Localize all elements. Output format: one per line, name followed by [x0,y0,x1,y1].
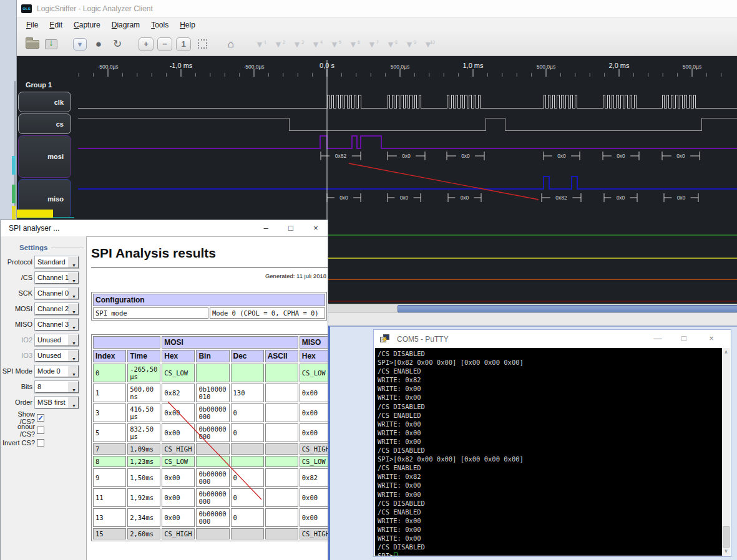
putty-scrollbar-thumb[interactable] [723,526,730,548]
results-cell: 1,23ms [127,456,160,467]
group-label: Group 1 [26,81,52,89]
cursor-3-icon[interactable]: ▼3 [288,36,306,53]
results-cell: -265,50 µs [127,364,160,382]
cursor-5-icon[interactable]: ▼5 [325,36,344,53]
results-table: MOSIMISOIndexTimeHexBinDecASCIIHexBin0-2… [91,334,328,541]
setting-dropdown-protocol[interactable]: Standard [35,256,79,268]
terminal-line: WRITE: 0x82 [378,375,722,384]
terminal-line: WRITE: 0x00 [378,481,722,490]
go-to-trigger-icon[interactable]: ⌂ [222,36,240,53]
terminal-prompt-line: SPI> [378,551,722,556]
zoom-all-icon[interactable] [193,36,212,53]
setting-dropdown-io3[interactable]: Unused [35,350,79,362]
results-row-15: 152,60msCS_HIGHCS_HIGH [93,528,328,539]
zoom-out-icon[interactable]: − [155,36,174,53]
menu-capture[interactable]: Capture [68,19,106,31]
cursor-8-icon[interactable]: ▼8 [381,36,400,53]
results-row-1: 1500,00 ns0x820b100000101300x000b0000000… [93,384,328,402]
results-cell [265,423,298,442]
cursor-7-icon[interactable]: ▼7 [363,36,381,53]
results-cell: 0b00000000 [196,403,229,422]
results-cell [231,364,264,382]
results-cell: CS_LOW [300,456,328,467]
cursor-1-icon[interactable]: ▼1 [250,36,269,53]
results-row-9: 91,50ms0x000b0000000000x820b10000010 [93,468,328,487]
setting-dropdown-io2[interactable]: Unused [35,334,79,346]
setting-label: IO2 [1,336,35,344]
svg-text:0x0: 0x0 [339,195,348,201]
menu-tools[interactable]: Tools [145,19,174,31]
results-cell: 500,00 ns [127,384,160,402]
svg-text:0x82: 0x82 [335,153,347,159]
terminal-line: /CS DISABLED [378,543,722,551]
checkbox-show-cs-[interactable]: ✓ [37,414,44,422]
setting-dropdown-order[interactable]: MSB first [35,397,79,408]
logicsniffer-titlebar[interactable]: OLS LogicSniffer - Logic Analyzer Client [17,0,737,17]
scroll-down-arrow[interactable]: ∨ [722,547,730,556]
putty-close-button[interactable]: × [701,332,722,345]
save-file-icon[interactable]: ↓ [42,36,61,53]
cursor-4-icon[interactable]: ▼4 [306,36,325,53]
column-header-index: Index [93,350,126,362]
svg-text:500,0µs: 500,0µs [537,64,555,70]
putty-scrollbar[interactable]: ∧ ∨ [722,348,730,556]
channel-label-mosi[interactable]: mosi [18,135,71,178]
terminal-cursor [394,553,398,556]
setting-label: SPI Mode [1,367,35,375]
minimize-button[interactable]: – [256,222,275,234]
checkbox-invert-cs-[interactable] [37,439,44,447]
results-cell [231,456,264,467]
terminal[interactable]: /CS DISABLEDSPI>[0x82 0x00 0x00] [0x00 0… [375,348,722,556]
svg-text:0x0: 0x0 [557,153,566,159]
zoom-original-icon[interactable]: 1 [174,36,193,53]
putty-minimize-button[interactable]: — [647,332,668,345]
setting-dropdown-bits[interactable]: 8 [35,381,79,393]
channel-label-cs[interactable]: cs [18,113,71,134]
results-cell: 1,50ms [127,468,160,487]
menu-diagram[interactable]: Diagram [106,19,145,31]
channel-color-chip-cyan [12,156,16,175]
scroll-up-arrow[interactable]: ∧ [722,348,730,357]
horizontal-scrollbar-thumb[interactable] [398,305,737,312]
maximize-button[interactable]: □ [281,222,300,234]
setting-label: MISO [1,321,35,328]
cursor-6-icon[interactable]: ▼6 [344,36,363,53]
dialog-titlebar[interactable]: SPI analyser ... – □ × [1,220,328,236]
dialog-title: SPI analyser ... [9,224,59,233]
setting-dropdown--cs[interactable]: Channel 1 [35,272,79,284]
menu-help[interactable]: Help [174,19,201,31]
svg-text:500,0µs: 500,0µs [391,64,409,70]
terminal-line: /CS ENABLED [378,367,722,375]
open-file-icon[interactable] [23,36,42,53]
channel-color-chip-yellow [12,206,16,220]
results-cell: 0 [231,468,264,487]
menu-edit[interactable]: Edit [44,19,68,31]
zoom-in-icon[interactable]: + [137,36,155,53]
results-cell: 0 [93,364,126,382]
setting-dropdown-miso[interactable]: Channel 3 [35,319,79,331]
cursor-10-icon[interactable]: ▼10 [419,36,437,53]
setting-dropdown-spi-mode[interactable]: Mode 0 [35,365,79,377]
putty-titlebar[interactable]: ⚡ COM5 - PuTTY — □ × [374,330,731,348]
results-row-3: 3416,50 µs0x000b0000000000x000b00000000 [93,403,328,422]
setting-dropdown-mosi[interactable]: Channel 2 [35,303,79,315]
setting-row--cs: /CSChannel 1 [1,272,86,283]
begin-capture-icon[interactable]: ▼ [71,36,89,53]
checkbox-onour-cs-[interactable] [37,427,44,434]
svg-text:0x0: 0x0 [400,195,409,201]
close-button[interactable]: × [306,222,325,234]
putty-maximize-button[interactable]: □ [673,332,695,345]
results-cell: 0x82 [162,384,195,402]
repeat-capture-icon[interactable]: ↻ [108,36,127,53]
cancel-capture-icon[interactable]: ● [89,36,108,53]
channel-label-clk[interactable]: clk [18,92,71,112]
svg-text:500,0µs: 500,0µs [683,64,701,70]
results-cell: 13 [93,508,126,527]
menu-file[interactable]: File [21,19,44,31]
svg-text:0x0: 0x0 [676,153,685,159]
cursor-9-icon[interactable]: ▼9 [400,36,419,53]
results-cell: CS_LOW [162,364,195,382]
cursor-2-icon[interactable]: ▼2 [269,36,288,53]
setting-dropdown-sck[interactable]: Channel 0 [35,287,79,299]
svg-text:-500,0µs: -500,0µs [97,64,118,70]
